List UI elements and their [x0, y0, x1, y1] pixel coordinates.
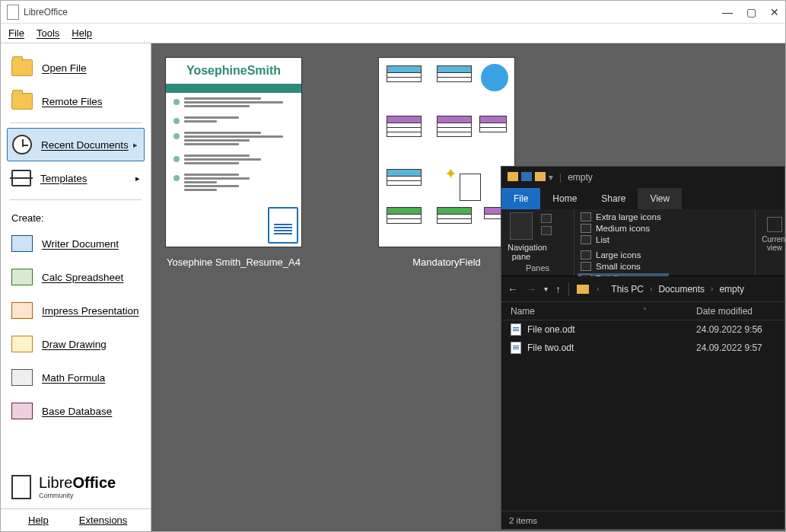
group-label-panes: Panes: [508, 262, 568, 272]
explorer-title: empty: [568, 172, 593, 183]
sidebar-recent-documents[interactable]: Recent Documents: [7, 128, 145, 161]
current-view-label: Current view: [762, 235, 786, 252]
view-small-icons[interactable]: Small icons: [581, 262, 666, 271]
star-icon: ✦: [444, 164, 457, 183]
menu-file[interactable]: File: [8, 27, 24, 39]
address-bar: ← → ▾ ↑ › This PC › Documents › empty: [501, 276, 784, 302]
brand-sub: Community: [39, 492, 116, 499]
file-name: File one.odt: [527, 324, 575, 335]
column-headers: Name ˄ Date modified: [501, 302, 784, 320]
chevron-down-icon[interactable]: ▾: [549, 172, 553, 183]
minimize-button[interactable]: —: [722, 6, 733, 18]
math-icon: [11, 369, 33, 386]
create-heading: Create:: [1, 205, 151, 227]
brand-secondary: Office: [72, 474, 116, 491]
create-draw-label: Draw Drawing: [42, 339, 107, 350]
odt-file-icon: [511, 323, 521, 336]
chevron-right-icon[interactable]: ›: [597, 285, 599, 293]
sidebar-remote-files-label: Remote Files: [42, 96, 103, 107]
status-item-count: 2 items: [509, 516, 537, 525]
folder-icon: [11, 59, 33, 76]
app-icon: [7, 5, 19, 20]
sidebar-open-file-label: Open File: [42, 62, 87, 74]
create-writer[interactable]: Writer Document: [1, 227, 151, 260]
menu-tools[interactable]: Tools: [37, 27, 59, 39]
file-date: 24.09.2022 9:56: [696, 324, 784, 335]
brand: LibreOffice Community: [1, 465, 151, 508]
breadcrumb-documents[interactable]: Documents: [658, 284, 705, 295]
base-icon: [11, 403, 33, 419]
divider: [10, 199, 142, 200]
explorer-titlebar: ▾ | empty: [501, 167, 784, 188]
chevron-right-icon[interactable]: ›: [650, 285, 652, 293]
create-impress-label: Impress Presentation: [42, 305, 139, 317]
nav-history-button[interactable]: ▾: [544, 285, 548, 293]
nav-forward-button[interactable]: →: [526, 283, 536, 295]
footer-extensions[interactable]: Extensions: [79, 514, 128, 526]
create-impress[interactable]: Impress Presentation: [1, 294, 151, 327]
chevron-right-icon[interactable]: ›: [711, 285, 713, 293]
create-base[interactable]: Base Database: [1, 394, 151, 428]
menu-help[interactable]: Help: [72, 27, 92, 39]
breadcrumb-folder[interactable]: empty: [719, 284, 744, 295]
file-explorer-window: ▾ | empty File Home Share View Navigatio…: [501, 166, 785, 530]
column-name[interactable]: Name: [501, 306, 696, 317]
recent-document[interactable]: ✦ MandatoryField: [378, 57, 515, 268]
document-label: Yosephine Smith_Resume_A4: [167, 256, 301, 268]
tab-share[interactable]: Share: [589, 188, 638, 209]
sidebar-remote-files[interactable]: Remote Files: [1, 84, 151, 118]
file-row[interactable]: File two.odt 24.09.2022 9:57: [501, 339, 784, 357]
sidebar-footer: Help Extensions: [1, 508, 151, 531]
nav-back-button[interactable]: ←: [508, 283, 518, 295]
close-button[interactable]: ✕: [770, 6, 779, 18]
recent-document[interactable]: YosephineSmith Yosephine Smith_Resume_A4: [165, 57, 302, 268]
create-math[interactable]: Math Formula: [1, 361, 151, 394]
maximize-button[interactable]: ▢: [746, 6, 756, 18]
create-draw[interactable]: Draw Drawing: [1, 327, 151, 361]
sidebar-open-file[interactable]: Open File: [1, 51, 151, 84]
column-date-modified[interactable]: Date modified: [696, 306, 784, 317]
create-calc[interactable]: Calc Spreadsheet: [1, 260, 151, 294]
ribbon: Navigation pane Panes Extra large icons …: [501, 209, 784, 276]
view-medium-icons[interactable]: Medium icons: [581, 224, 666, 233]
sort-indicator-icon: ˄: [643, 307, 647, 315]
view-list[interactable]: List: [581, 235, 666, 244]
tab-view[interactable]: View: [638, 188, 682, 209]
preview-pane-icon[interactable]: [541, 214, 552, 223]
ribbon-tabs: File Home Share View: [501, 188, 784, 209]
breadcrumb-this-pc[interactable]: This PC: [611, 284, 644, 295]
view-extra-large-icons[interactable]: Extra large icons: [581, 212, 666, 221]
opt-label: List: [596, 235, 609, 244]
thumb-band: [166, 84, 301, 93]
window-title: LibreOffice: [24, 7, 68, 18]
brand-icon: [11, 475, 31, 499]
current-view-button[interactable]: Current view: [762, 212, 786, 252]
impress-icon: [11, 302, 33, 319]
document-thumbnail: ✦: [378, 57, 515, 247]
details-pane-icon[interactable]: [541, 226, 552, 235]
create-writer-label: Writer Document: [42, 238, 119, 250]
sidebar-templates-label: Templates: [40, 173, 88, 184]
view-large-icons[interactable]: Large icons: [581, 250, 666, 260]
sidebar-templates[interactable]: Templates: [1, 161, 151, 195]
brand-primary: Libre: [39, 474, 72, 491]
file-row[interactable]: File one.odt 24.09.2022 9:56: [501, 320, 784, 339]
folder-icon: [508, 172, 518, 181]
footer-help[interactable]: Help: [28, 514, 49, 526]
odt-file-icon: [511, 342, 521, 354]
sidebar: Open File Remote Files Recent Documents …: [1, 43, 151, 531]
sidebar-recent-documents-label: Recent Documents: [41, 139, 129, 151]
folder-icon: [11, 93, 33, 110]
nav-up-button[interactable]: ↑: [555, 283, 561, 295]
navigation-pane-button[interactable]: Navigation pane: [508, 212, 535, 261]
thumb-heading: YosephineSmith: [166, 58, 301, 84]
clock-icon: [12, 135, 32, 155]
toolbar-icon[interactable]: [521, 172, 532, 181]
tab-home[interactable]: Home: [540, 188, 589, 209]
create-math-label: Math Formula: [42, 372, 105, 384]
toolbar-icon[interactable]: [535, 172, 546, 181]
templates-icon: [11, 170, 31, 186]
tab-file[interactable]: File: [501, 188, 540, 209]
create-base-label: Base Database: [42, 406, 112, 417]
opt-label: Extra large icons: [596, 212, 661, 221]
